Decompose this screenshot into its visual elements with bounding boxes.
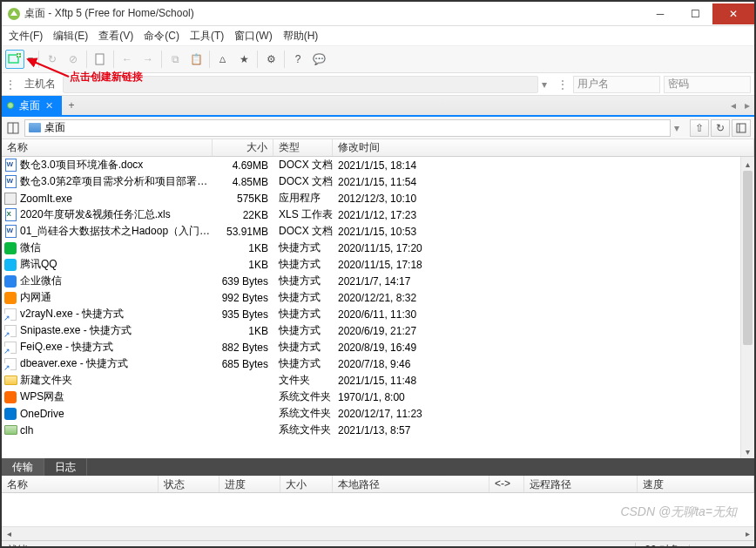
file-row[interactable]: ZoomIt.exe575KB应用程序2012/12/3, 10:10 <box>2 190 754 206</box>
file-row[interactable]: clh系统文件夹2021/1/13, 8:57 <box>2 422 754 438</box>
help-button[interactable]: ? <box>288 50 307 69</box>
menu-tool[interactable]: 工具(T) <box>190 29 224 44</box>
tab-scroll-right-icon[interactable]: ▸ <box>740 96 754 115</box>
feedback-button[interactable]: 💬 <box>309 50 328 69</box>
file-row[interactable]: 新建文件夹文件夹2021/1/15, 11:48 <box>2 372 754 389</box>
bcol-progress[interactable]: 进度 <box>219 476 280 492</box>
tab-scroll-left-icon[interactable]: ◂ <box>726 96 740 115</box>
file-name: OneDrive <box>20 408 213 420</box>
sync-button[interactable]: 🜂 <box>213 50 233 69</box>
file-row[interactable]: Snipaste.exe - 快捷方式1KB快捷方式2020/6/19, 21:… <box>2 322 754 339</box>
bcol-size[interactable]: 大小 <box>280 476 333 492</box>
bcol-remote[interactable]: 远程路径 <box>524 476 638 492</box>
layout-toggle-button[interactable] <box>5 120 21 136</box>
file-row[interactable]: 微信1KB快捷方式2020/11/15, 17:20 <box>2 240 754 256</box>
disconnect-button[interactable]: ⊘ <box>64 50 83 69</box>
statusbar: 就绪 20 对象 64.03MB <box>2 540 754 548</box>
hostbar-handle-icon[interactable]: ⋮ <box>5 78 17 91</box>
bcol-name[interactable]: 名称 <box>2 476 159 492</box>
host-input[interactable] <box>63 76 538 93</box>
path-tree-button[interactable] <box>732 119 751 137</box>
scrollbar-thumb[interactable] <box>743 171 753 345</box>
host-dropdown-icon[interactable]: ▾ <box>542 78 554 91</box>
bcol-speed[interactable]: 速度 <box>638 476 754 492</box>
toolbar-dropdown-icon[interactable]: ▾ <box>26 50 35 69</box>
file-date: 2021/1/15, 18:14 <box>333 159 754 172</box>
menu-command[interactable]: 命令(C) <box>144 29 179 44</box>
copy-button[interactable]: ⧉ <box>165 50 185 69</box>
file-row[interactable]: OneDrive系统文件夹2020/12/17, 11:23 <box>2 405 754 422</box>
scroll-left-icon[interactable]: ◂ <box>2 529 16 538</box>
file-icon <box>3 308 17 321</box>
new-session-button[interactable] <box>5 50 24 69</box>
settings-button[interactable]: ⚙ <box>261 50 280 69</box>
forward-button[interactable]: → <box>138 50 158 69</box>
status-size: 64.03MB <box>689 545 749 549</box>
scroll-right-icon[interactable]: ▸ <box>740 529 754 538</box>
new-tab-button[interactable]: + <box>62 96 81 115</box>
tab-transfer[interactable]: 传输 <box>2 458 44 476</box>
path-dropdown-icon[interactable]: ▾ <box>674 122 686 134</box>
file-row[interactable]: v2rayN.exe - 快捷方式935 Bytes快捷方式2020/6/11,… <box>2 306 754 322</box>
file-list[interactable]: 数仓3.0项目环境准备.docx4.69MBDOCX 文档2021/1/15, … <box>2 157 754 458</box>
file-row[interactable]: WPS网盘系统文件夹1970/1/1, 8:00 <box>2 389 754 405</box>
menu-window[interactable]: 窗口(W) <box>234 29 272 44</box>
col-date[interactable]: 修改时间 <box>333 139 754 156</box>
scroll-down-icon[interactable]: ▾ <box>741 444 754 458</box>
file-name: 微信 <box>20 240 213 255</box>
file-type: XLS 工作表 <box>273 207 333 222</box>
reconnect-button[interactable]: ↻ <box>43 50 62 69</box>
file-row[interactable]: 数仓3.0第2章项目需求分析和项目部署准备....4.85MBDOCX 文档20… <box>2 173 754 190</box>
transfer-list[interactable] <box>2 493 754 526</box>
path-up-button[interactable]: ⇧ <box>690 119 709 137</box>
col-type[interactable]: 类型 <box>273 139 333 156</box>
username-input[interactable]: 用户名 <box>573 76 660 93</box>
new-file-button[interactable] <box>91 50 110 69</box>
file-icon <box>3 241 17 255</box>
file-type: 快捷方式 <box>273 257 333 272</box>
bcol-status[interactable]: 状态 <box>159 476 219 492</box>
file-row[interactable]: FeiQ.exe - 快捷方式882 Bytes快捷方式2020/8/19, 1… <box>2 339 754 355</box>
menu-view[interactable]: 查看(V) <box>98 29 133 44</box>
file-icon <box>3 407 17 421</box>
password-input[interactable]: 密码 <box>664 76 751 93</box>
maximize-button[interactable]: ☐ <box>678 3 712 24</box>
minimize-button[interactable]: ─ <box>643 3 678 24</box>
menu-edit[interactable]: 编辑(E) <box>53 29 88 44</box>
menu-help[interactable]: 帮助(H) <box>283 29 319 44</box>
path-input[interactable]: 桌面 <box>24 119 671 137</box>
tab-close-icon[interactable]: ✕ <box>45 100 53 112</box>
horizontal-scrollbar[interactable]: ◂ ▸ <box>2 526 754 540</box>
path-refresh-button[interactable]: ↻ <box>711 119 730 137</box>
bcol-arrow[interactable]: <-> <box>489 476 524 492</box>
file-date: 2020/11/15, 17:20 <box>333 242 754 254</box>
file-type: DOCX 文档 <box>273 224 333 239</box>
col-size[interactable]: 大小 <box>213 139 273 156</box>
file-icon <box>3 159 17 173</box>
file-name: 01_尚硅谷大数据技术之Hadoop（入门）V... <box>20 224 213 239</box>
file-row[interactable]: 腾讯QQ1KB快捷方式2020/11/15, 17:18 <box>2 256 754 273</box>
file-date: 2021/1/15, 10:53 <box>333 226 754 238</box>
menu-file[interactable]: 文件(F) <box>9 29 43 44</box>
bcol-local[interactable]: 本地路径 <box>333 476 489 492</box>
tab-log[interactable]: 日志 <box>44 458 87 476</box>
back-button[interactable]: ← <box>118 50 137 69</box>
file-row[interactable]: 企业微信639 Bytes快捷方式2021/1/7, 14:17 <box>2 273 754 289</box>
file-name: 数仓3.0第2章项目需求分析和项目部署准备.... <box>20 174 213 189</box>
paste-button[interactable]: 📋 <box>186 50 206 69</box>
file-type: 快捷方式 <box>273 307 333 321</box>
file-row[interactable]: 内网通992 Bytes快捷方式2020/12/21, 8:32 <box>2 289 754 306</box>
vertical-scrollbar[interactable]: ▴ ▾ <box>740 157 754 458</box>
file-row[interactable]: 数仓3.0项目环境准备.docx4.69MBDOCX 文档2021/1/15, … <box>2 157 754 173</box>
file-row[interactable]: dbeaver.exe - 快捷方式685 Bytes快捷方式2020/7/18… <box>2 355 754 372</box>
bookmark-button[interactable]: ★ <box>234 50 253 69</box>
close-button[interactable]: ✕ <box>712 3 754 24</box>
scroll-up-icon[interactable]: ▴ <box>741 157 754 171</box>
file-type: 快捷方式 <box>273 356 333 371</box>
tab-desktop[interactable]: 桌面 ✕ <box>2 96 62 115</box>
file-size: 1KB <box>213 325 273 337</box>
pathbar: 桌面 ▾ ⇧ ↻ <box>2 117 754 139</box>
file-row[interactable]: 01_尚硅谷大数据技术之Hadoop（入门）V...53.91MBDOCX 文档… <box>2 223 754 240</box>
col-name[interactable]: 名称 <box>2 139 213 156</box>
file-row[interactable]: 2020年度研发&视频任务汇总.xls22KBXLS 工作表2021/1/12,… <box>2 206 754 223</box>
